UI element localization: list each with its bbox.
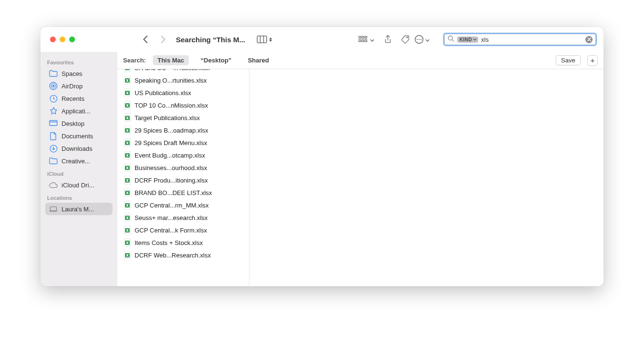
sidebar-item[interactable]: Recents bbox=[45, 92, 112, 105]
excel-file-icon bbox=[124, 163, 131, 172]
excel-file-icon bbox=[124, 88, 131, 97]
tags-button[interactable] bbox=[396, 31, 414, 48]
excel-file-icon bbox=[124, 251, 131, 259]
results-area: SR and CC – ...Tactics.xlsxSpeaking O...… bbox=[117, 69, 604, 286]
excel-file-icon bbox=[124, 126, 131, 134]
airdrop-icon bbox=[49, 82, 58, 90]
chevron-up-down-icon bbox=[268, 37, 272, 42]
sidebar-item[interactable]: Creative... bbox=[45, 155, 112, 167]
file-row[interactable]: US Publications.xlsx bbox=[117, 86, 249, 99]
excel-file-icon bbox=[124, 76, 131, 85]
file-row[interactable]: 29 Spices B...oadmap.xlsx bbox=[117, 124, 249, 136]
excel-file-icon bbox=[124, 201, 131, 209]
scope-desktop[interactable]: “Desktop” bbox=[196, 55, 236, 65]
excel-file-icon bbox=[124, 138, 131, 147]
file-name: GCP Central...rm_MM.xlsx bbox=[135, 202, 209, 209]
forward-button[interactable] bbox=[160, 35, 166, 44]
scope-this-mac[interactable]: This Mac bbox=[153, 55, 189, 65]
sidebar-item[interactable]: iCloud Dri... bbox=[45, 179, 112, 191]
search-field[interactable]: KIND xls bbox=[443, 33, 597, 46]
search-token-label: KIND bbox=[459, 37, 472, 42]
search-text[interactable]: xls bbox=[481, 36, 582, 43]
sidebar-item[interactable]: Desktop bbox=[45, 117, 112, 130]
excel-file-icon bbox=[124, 151, 131, 159]
nav-buttons bbox=[142, 35, 166, 44]
search-label: Search: bbox=[123, 57, 146, 64]
file-name: Seuss+ mar...esearch.xlsx bbox=[135, 214, 208, 221]
svg-rect-5 bbox=[365, 37, 367, 38]
close-button[interactable] bbox=[50, 37, 56, 42]
folder-icon bbox=[49, 157, 58, 165]
save-search-button[interactable]: Save bbox=[556, 55, 581, 65]
sidebar-item-label: Recents bbox=[62, 95, 85, 102]
file-row[interactable]: DCRF Web...Research.xlsx bbox=[117, 249, 249, 261]
svg-rect-23 bbox=[50, 207, 56, 210]
chevron-down-icon bbox=[425, 35, 430, 44]
sidebar-item[interactable]: AirDrop bbox=[45, 80, 112, 92]
finder-window: Searching “This M... bbox=[40, 27, 604, 286]
view-mode-control[interactable] bbox=[257, 36, 272, 43]
doc-icon bbox=[49, 132, 58, 140]
file-row[interactable]: Items Costs + Stock.xlsx bbox=[117, 236, 249, 249]
sidebar-section-title: iCloud bbox=[47, 171, 111, 177]
svg-rect-6 bbox=[359, 40, 361, 42]
sidebar-item[interactable]: Laura's M... bbox=[45, 203, 112, 215]
svg-point-11 bbox=[417, 39, 418, 40]
file-name: DCRF Web...Research.xlsx bbox=[135, 252, 211, 259]
excel-file-icon bbox=[124, 213, 131, 222]
sidebar-item-label: Downloads bbox=[62, 145, 92, 152]
sidebar-item-label: Creative... bbox=[62, 158, 90, 165]
file-name: Event Budg...otcamp.xlsx bbox=[135, 152, 205, 159]
file-row[interactable]: GCP Central...rm_MM.xlsx bbox=[117, 199, 249, 211]
minimize-button[interactable] bbox=[60, 37, 65, 42]
sidebar-item-label: iCloud Dri... bbox=[62, 182, 94, 189]
group-by-control[interactable] bbox=[359, 35, 374, 44]
excel-file-icon bbox=[124, 188, 131, 197]
search-token[interactable]: KIND bbox=[457, 37, 478, 43]
file-row[interactable]: Speaking O...rtunities.xlsx bbox=[117, 74, 249, 86]
sidebar-item-label: Desktop bbox=[62, 120, 85, 127]
file-row[interactable]: TOP 10 Co...nMission.xlsx bbox=[117, 99, 249, 111]
sidebar-item-label: Spaces bbox=[62, 70, 82, 77]
file-row[interactable]: DCRF Produ...itioning.xlsx bbox=[117, 174, 249, 186]
file-row[interactable]: 29 Spices Draft Menu.xlsx bbox=[117, 136, 249, 149]
cloud-icon bbox=[49, 181, 58, 189]
excel-file-icon bbox=[124, 101, 131, 110]
file-row[interactable]: BRAND BO...DEE LIST.xlsx bbox=[117, 186, 249, 199]
file-name: Items Costs + Stock.xlsx bbox=[135, 239, 203, 246]
sidebar-item[interactable]: Documents bbox=[45, 130, 112, 142]
file-row[interactable]: Seuss+ mar...esearch.xlsx bbox=[117, 211, 249, 224]
zoom-button[interactable] bbox=[69, 37, 75, 42]
svg-point-18 bbox=[53, 86, 54, 87]
file-row[interactable]: Event Budg...otcamp.xlsx bbox=[117, 149, 249, 161]
sidebar-item[interactable]: Downloads bbox=[45, 142, 112, 155]
svg-rect-20 bbox=[50, 121, 57, 126]
sidebar-item[interactable]: Spaces bbox=[45, 67, 112, 80]
file-name: GCP Central...k Form.xlsx bbox=[135, 227, 207, 234]
sidebar-item[interactable]: Applicati... bbox=[45, 105, 112, 117]
share-button[interactable] bbox=[379, 31, 396, 48]
file-row[interactable]: GCP Central...k Form.xlsx bbox=[117, 224, 249, 236]
clock-icon bbox=[49, 94, 58, 103]
toolbar: Searching “This M... bbox=[40, 27, 604, 52]
excel-file-icon bbox=[124, 176, 131, 184]
clear-search-button[interactable] bbox=[585, 36, 593, 43]
add-criteria-button[interactable]: + bbox=[587, 55, 598, 66]
file-name: SR and CC – ...Tactics.xlsx bbox=[135, 69, 210, 72]
action-menu[interactable] bbox=[414, 34, 430, 45]
file-row[interactable]: Target Publications.xlsx bbox=[117, 111, 249, 124]
sidebar-item-label: AirDrop bbox=[62, 83, 83, 90]
file-name: BRAND BO...DEE LIST.xlsx bbox=[135, 189, 212, 196]
file-row[interactable]: SR and CC – ...Tactics.xlsx bbox=[117, 69, 249, 74]
search-scope-bar: Search: This Mac “Desktop” Shared Save + bbox=[117, 52, 604, 69]
svg-line-15 bbox=[452, 40, 454, 42]
sidebar-section-title: Locations bbox=[47, 195, 111, 201]
chevron-down-icon bbox=[370, 35, 374, 44]
file-row[interactable]: Businesses...ourhood.xlsx bbox=[117, 161, 249, 174]
svg-rect-0 bbox=[257, 36, 267, 43]
back-button[interactable] bbox=[142, 35, 149, 44]
scope-shared[interactable]: Shared bbox=[243, 55, 274, 65]
results-column[interactable]: SR and CC – ...Tactics.xlsxSpeaking O...… bbox=[117, 69, 249, 286]
search-icon bbox=[447, 35, 454, 44]
window-title: Searching “This M... bbox=[176, 36, 245, 44]
